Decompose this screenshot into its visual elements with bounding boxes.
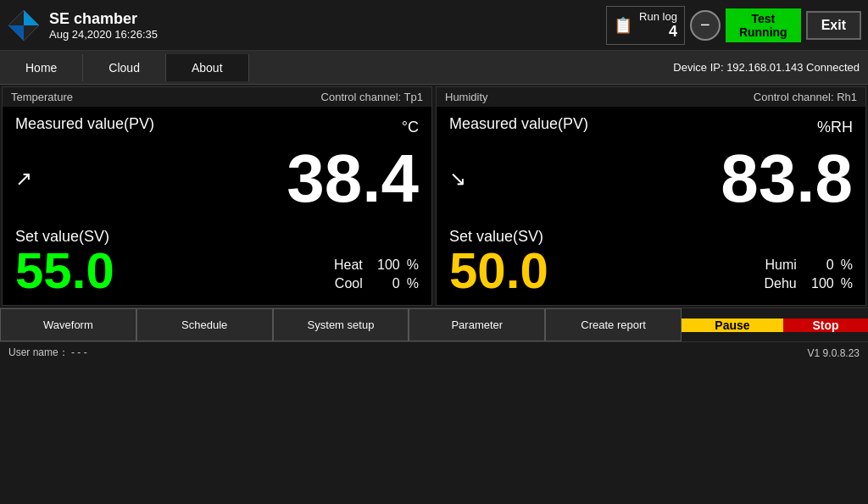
svg-marker-2	[8, 25, 24, 41]
humidity-pv-label: Measured value(PV)	[449, 115, 588, 133]
device-ip: Device IP: 192.168.01.143 Connected	[673, 61, 860, 74]
humidity-panel-body: Measured value(PV) %RH ↘ 83.8 Set value(…	[437, 107, 865, 305]
app-datetime: Aug 24,2020 16:26:35	[49, 28, 606, 41]
temperature-sv-block: Set value(SV) 55.0	[15, 228, 114, 296]
exit-button[interactable]: Exit	[806, 11, 861, 40]
temperature-trend-arrow: ↗	[15, 167, 32, 191]
humidity-output-grid: Humi 0 % Dehu 100 %	[754, 258, 853, 296]
temperature-panel-header: Temperature Control channel: Tp1	[3, 87, 431, 107]
humidity-sv-section: Set value(SV) 50.0 Humi 0 % Dehu 100 %	[449, 228, 853, 296]
cool-value: 0	[370, 276, 400, 291]
humi-label: Humi	[754, 258, 797, 273]
waveform-button[interactable]: Waveform	[0, 308, 136, 341]
test-label: Test	[751, 12, 775, 25]
temperature-panel-body: Measured value(PV) °C ↗ 38.4 Set value(S…	[3, 107, 431, 305]
tab-cloud[interactable]: Cloud	[83, 54, 166, 81]
humi-row: Humi 0 %	[754, 258, 853, 273]
humidity-control-channel: Control channel: Rh1	[754, 91, 857, 103]
humidity-label: Humidity	[445, 91, 488, 103]
heat-unit: %	[407, 258, 419, 273]
run-log-icon: 📋	[614, 16, 632, 35]
humidity-panel: Humidity Control channel: Rh1 Measured v…	[436, 86, 866, 306]
panels: Temperature Control channel: Tp1 Measure…	[0, 85, 868, 307]
heat-row: Heat 100 %	[320, 258, 419, 273]
humidity-pv-unit: %RH	[817, 119, 853, 136]
temperature-pv-value-row: ↗ 38.4	[15, 136, 419, 221]
run-log-block[interactable]: 📋 Run log 4	[606, 6, 685, 45]
run-log-label: Run log	[639, 10, 677, 23]
temperature-output-grid: Heat 100 % Cool 0 %	[320, 258, 419, 296]
user-label: User name：	[8, 346, 69, 358]
test-status-block: Test Running	[726, 8, 801, 42]
temperature-pv-unit: °C	[402, 119, 419, 136]
humidity-pv-value-row: ↘ 83.8	[449, 136, 853, 221]
temperature-sv-section: Set value(SV) 55.0 Heat 100 % Cool 0 %	[15, 228, 419, 296]
temperature-panel: Temperature Control channel: Tp1 Measure…	[2, 86, 432, 306]
humidity-sv-value: 50.0	[449, 246, 548, 296]
temperature-sv-value: 55.0	[15, 246, 114, 296]
humidity-pv-row: Measured value(PV) %RH	[449, 115, 853, 136]
humi-unit: %	[841, 258, 853, 273]
navbar: Home Cloud About Device IP: 192.168.01.1…	[0, 51, 868, 85]
test-running-label: Running	[739, 25, 787, 39]
temperature-label: Temperature	[11, 91, 73, 103]
run-log-count: 4	[669, 23, 677, 41]
humi-value: 0	[804, 258, 834, 273]
statusbar: User name： - - - V1 9.0.8.23	[0, 341, 868, 363]
stop-button[interactable]: Stop	[783, 318, 868, 332]
heat-label: Heat	[320, 258, 363, 273]
user-value: - - -	[71, 346, 87, 358]
dehu-row: Dehu 100 %	[754, 276, 853, 291]
parameter-button[interactable]: Parameter	[409, 308, 545, 341]
dehu-value: 100	[804, 276, 834, 291]
temperature-control-channel: Control channel: Tp1	[321, 91, 423, 103]
create-report-button[interactable]: Create report	[545, 308, 682, 341]
run-log-text: Run log 4	[639, 10, 677, 41]
dehu-unit: %	[841, 276, 853, 291]
humidity-panel-header: Humidity Control channel: Rh1	[437, 87, 865, 107]
system-setup-button[interactable]: System setup	[273, 308, 409, 341]
temperature-pv-value: 38.4	[15, 136, 419, 221]
humidity-pv-value: 83.8	[449, 136, 853, 221]
cool-label: Cool	[320, 276, 363, 291]
heat-value: 100	[370, 258, 400, 273]
humidity-sv-block: Set value(SV) 50.0	[449, 228, 548, 296]
dehu-label: Dehu	[754, 276, 797, 291]
app-title-block: SE chamber Aug 24,2020 16:26:35	[49, 10, 606, 41]
app-logo	[7, 8, 41, 42]
tab-about[interactable]: About	[166, 54, 249, 81]
tab-home[interactable]: Home	[0, 54, 83, 81]
version-label: V1 9.0.8.23	[808, 347, 860, 359]
cool-row: Cool 0 %	[320, 276, 419, 291]
schedule-button[interactable]: Schedule	[136, 308, 273, 341]
humidity-trend-arrow: ↘	[449, 167, 466, 191]
temperature-pv-row: Measured value(PV) °C	[15, 115, 419, 136]
cool-unit: %	[407, 276, 419, 291]
pause-button[interactable]: Pause	[682, 318, 783, 332]
bottom-toolbar: Waveform Schedule System setup Parameter…	[0, 307, 868, 341]
temperature-pv-label: Measured value(PV)	[15, 115, 154, 133]
app-title: SE chamber	[49, 10, 606, 28]
header-right: 📋 Run log 4 − Test Running Exit	[606, 6, 861, 45]
app-header: SE chamber Aug 24,2020 16:26:35 📋 Run lo…	[0, 0, 868, 51]
pause-circle-button[interactable]: −	[690, 10, 721, 41]
statusbar-user: User name： - - -	[8, 346, 87, 360]
